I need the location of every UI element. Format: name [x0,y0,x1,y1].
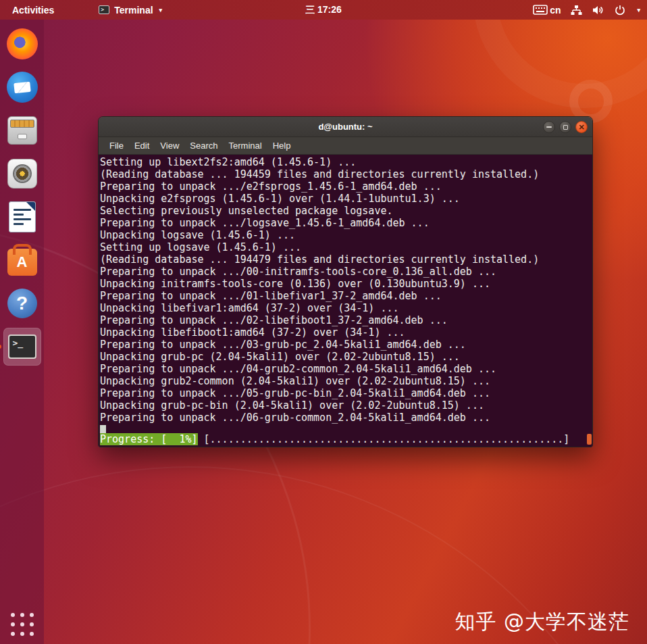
dock-item-ubuntu-software[interactable]: A [3,241,41,279]
terminal-line: Setting up libext2fs2:amd64 (1.45.6-1) .… [100,156,592,168]
terminal-icon: >_ [8,335,36,359]
input-method-label: cn [550,5,561,16]
ubuntu-software-icon: A [7,249,37,276]
terminal-output[interactable]: Setting up libext2fs2:amd64 (1.45.6-1) .… [99,155,592,447]
dock-item-rhythmbox[interactable] [3,155,41,193]
menu-terminal[interactable]: Terminal [224,141,267,151]
power-icon[interactable] [615,5,625,16]
menu-bar: File Edit View Search Terminal Help [99,137,592,155]
apt-progress-line: Progress: [ 1%] [.......................… [100,433,569,445]
clock-label: 三 17:26 [305,4,342,16]
top-bar: Activities > Terminal ▾ 三 17:26 cn [0,0,647,20]
chevron-down-icon: ▾ [159,7,163,14]
rhythmbox-icon [7,159,37,189]
terminal-app-icon: > [99,5,109,14]
maximize-icon [563,125,568,130]
firefox-icon [7,28,38,59]
input-method-indicator[interactable]: cn [533,5,561,16]
minimize-button[interactable] [543,121,555,133]
terminal-line: Preparing to unpack .../00-initramfs-too… [100,266,592,278]
terminal-line: Preparing to unpack .../logsave_1.45.6-1… [100,217,592,229]
dock-item-libreoffice-writer[interactable] [3,198,41,236]
terminal-line: Preparing to unpack .../06-grub-common_2… [100,412,592,424]
show-applications-icon[interactable] [8,610,36,639]
maximize-button[interactable] [559,121,571,133]
scrollbar-thumb[interactable] [587,434,592,445]
keyboard-icon [533,5,548,15]
dock-item-help[interactable]: ? [3,284,41,322]
terminal-line: Unpacking libefiboot1:amd64 (37-2) over … [100,326,592,339]
terminal-line: Unpacking logsave (1.45.6-1) ... [100,229,592,241]
close-button[interactable]: ✕ [575,121,588,133]
dock-item-firefox[interactable] [3,25,41,63]
chevron-down-icon[interactable]: ▾ [637,7,640,14]
terminal-line: Unpacking libefivar1:amd64 (37-2) over (… [100,302,592,314]
terminal-line: Preparing to unpack .../02-libefiboot1_3… [100,314,592,326]
terminal-line: Unpacking grub-pc (2.04-5kali1) over (2.… [100,351,592,363]
dock: A ? >_ [0,20,44,644]
libreoffice-writer-icon [9,201,36,232]
activities-button[interactable]: Activities [0,0,66,20]
clock[interactable]: 三 17:26 [305,0,342,20]
system-tray: cn [533,0,640,20]
terminal-line: Selecting previously unselected package … [100,205,592,217]
dock-item-thunderbird[interactable] [3,68,41,106]
app-menu-label: Terminal [114,5,153,16]
volume-icon[interactable] [592,5,604,16]
terminal-line: Preparing to unpack .../01-libefivar1_37… [100,290,592,302]
terminal-line: Unpacking grub-pc-bin (2.04-5kali1) over… [100,399,592,412]
app-menu-terminal[interactable]: > Terminal ▾ [93,0,167,20]
terminal-line: Preparing to unpack .../e2fsprogs_1.45.6… [100,180,592,193]
terminal-line: Setting up logsave (1.45.6-1) ... [100,241,592,253]
help-icon: ? [7,289,37,318]
running-indicator-dot [0,345,1,349]
terminal-window: d@ubuntu: ~ ✕ File Edit View Search Term… [98,116,593,447]
terminal-line: (Reading database ... 194479 files and d… [100,253,592,266]
terminal-line: Unpacking initramfs-tools-core (0.136) o… [100,278,592,290]
window-title: d@ubuntu: ~ [318,122,372,132]
terminal-line: Unpacking grub2-common (2.04-5kali1) ove… [100,375,592,387]
menu-file[interactable]: File [104,141,129,151]
menu-help[interactable]: Help [267,141,296,151]
terminal-line: Preparing to unpack .../04-grub2-common_… [100,363,592,375]
network-icon[interactable] [571,5,582,16]
terminal-line: Preparing to unpack .../05-grub-pc-bin_2… [100,387,592,399]
desktop-wallpaper: Activities > Terminal ▾ 三 17:26 cn [0,0,647,644]
files-icon [7,116,37,145]
dock-item-terminal[interactable]: >_ [3,328,41,366]
menu-search[interactable]: Search [184,141,223,151]
apt-progress-label: Progress: [ 1%] [100,433,198,445]
watermark-text: 知乎 @大学不迷茫 [455,608,629,636]
terminal-line: (Reading database ... 194459 files and d… [100,168,592,180]
thunderbird-icon [7,72,38,103]
terminal-line: Unpacking e2fsprogs (1.45.6-1) over (1.4… [100,193,592,205]
apt-progress-bar: [.......................................… [198,433,570,445]
window-controls: ✕ [543,117,588,137]
minimize-icon [546,126,552,128]
menu-edit[interactable]: Edit [129,141,155,151]
dock-item-files[interactable] [3,112,41,149]
close-icon: ✕ [578,124,584,131]
window-titlebar[interactable]: d@ubuntu: ~ ✕ [99,117,592,137]
menu-view[interactable]: View [155,141,184,151]
terminal-line: Preparing to unpack .../03-grub-pc_2.04-… [100,339,592,351]
